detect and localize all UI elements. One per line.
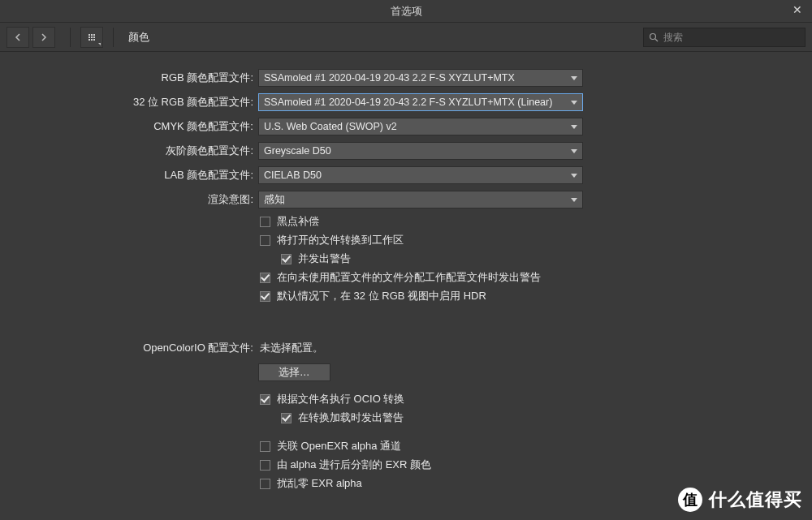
convert-warn-label: 并发出警告: [298, 251, 351, 266]
rgb32-profile-dropdown[interactable]: SSAmoled #1 2020-04-19 20-43 2.2 F-S XYZ…: [258, 93, 583, 111]
dropdown-value: U.S. Web Coated (SWOP) v2: [264, 121, 566, 132]
lab-label: LAB 颜色配置文件:: [0, 168, 258, 183]
chevron-down-icon: [571, 174, 577, 178]
dropdown-value: CIELAB D50: [264, 170, 566, 181]
ocio-filename-label: 根据文件名执行 OCIO 转换: [277, 392, 404, 406]
blackpoint-checkbox[interactable]: [260, 217, 270, 227]
chevron-down-icon: [571, 149, 577, 153]
blackpoint-label: 黑点补偿: [277, 214, 319, 229]
lab-profile-dropdown[interactable]: CIELAB D50: [258, 166, 583, 184]
rgb-label: RGB 颜色配置文件:: [0, 71, 258, 85]
view-grid-button[interactable]: [80, 27, 103, 48]
exr-dither-label: 扰乱零 EXR alpha: [277, 476, 362, 491]
divider: [113, 28, 114, 47]
exr-dither-checkbox[interactable]: [260, 479, 270, 489]
grid-icon: [89, 34, 95, 41]
intent-label: 渲染意图:: [0, 192, 258, 207]
ocio-filename-checkbox[interactable]: [260, 394, 270, 405]
nav-group: [6, 27, 55, 48]
chevron-down-icon: [571, 125, 577, 129]
ocio-select-button[interactable]: 选择…: [258, 363, 330, 381]
cmyk-label: CMYK 颜色配置文件:: [0, 119, 258, 134]
dropdown-value: Greyscale D50: [264, 145, 566, 157]
hdr-default-label: 默认情况下，在 32 位 RGB 视图中启用 HDR: [277, 289, 486, 303]
watermark-text: 什么值得买: [709, 488, 802, 512]
forward-button[interactable]: [32, 27, 55, 48]
cmyk-profile-dropdown[interactable]: U.S. Web Coated (SWOP) v2: [258, 118, 583, 135]
divider: [70, 28, 71, 47]
ocio-label: OpenColorIO 配置文件:: [0, 341, 258, 355]
assign-warn-checkbox[interactable]: [260, 273, 270, 283]
chevron-down-icon: [571, 101, 577, 105]
watermark: 值 什么值得买: [678, 488, 802, 512]
exr-alpha-checkbox[interactable]: [260, 441, 270, 452]
convert-open-label: 将打开的文件转换到工作区: [277, 233, 404, 247]
chevron-down-icon: [98, 43, 101, 45]
ocio-warn-load-checkbox[interactable]: [281, 413, 292, 423]
exr-alpha-label: 关联 OpenEXR alpha 通道: [277, 439, 401, 453]
content-area: RGB 颜色配置文件: SSAmoled #1 2020-04-19 20-43…: [0, 52, 812, 520]
search-icon: [649, 32, 659, 42]
exr-split-checkbox[interactable]: [260, 460, 270, 471]
rgb-profile-dropdown[interactable]: SSAmoled #1 2020-04-19 20-43 2.2 F-S XYZ…: [258, 69, 583, 87]
rgb32-label: 32 位 RGB 颜色配置文件:: [0, 95, 258, 110]
svg-point-0: [650, 33, 656, 39]
search-box[interactable]: [643, 28, 806, 47]
chevron-down-icon: [571, 198, 577, 202]
search-input[interactable]: [663, 32, 800, 43]
back-button[interactable]: [6, 27, 29, 48]
grey-profile-dropdown[interactable]: Greyscale D50: [258, 142, 583, 160]
svg-line-1: [655, 39, 658, 41]
dropdown-value: SSAmoled #1 2020-04-19 20-43 2.2 F-S XYZ…: [264, 97, 566, 108]
breadcrumb: 颜色: [123, 30, 149, 45]
titlebar: 首选项 ✕: [0, 0, 812, 23]
convert-open-checkbox[interactable]: [260, 235, 270, 246]
dropdown-value: SSAmoled #1 2020-04-19 20-43 2.2 F-S XYZ…: [264, 72, 566, 84]
window-title: 首选项: [391, 4, 422, 19]
dropdown-value: 感知: [264, 193, 566, 207]
chevron-down-icon: [571, 76, 577, 80]
render-intent-dropdown[interactable]: 感知: [258, 191, 583, 208]
toolbar: 颜色: [0, 23, 812, 52]
ocio-value: 未选择配置。: [258, 341, 323, 355]
convert-warn-checkbox[interactable]: [281, 254, 292, 264]
hdr-default-checkbox[interactable]: [260, 291, 270, 302]
assign-warn-label: 在向未使用配置文件的文件分配工作配置文件时发出警告: [277, 270, 541, 285]
exr-split-label: 由 alpha 进行后分割的 EXR 颜色: [277, 458, 431, 472]
close-icon[interactable]: ✕: [789, 3, 806, 16]
watermark-badge: 值: [678, 488, 702, 512]
grey-label: 灰阶颜色配置文件:: [0, 144, 258, 158]
ocio-warn-load-label: 在转换加载时发出警告: [298, 410, 404, 425]
